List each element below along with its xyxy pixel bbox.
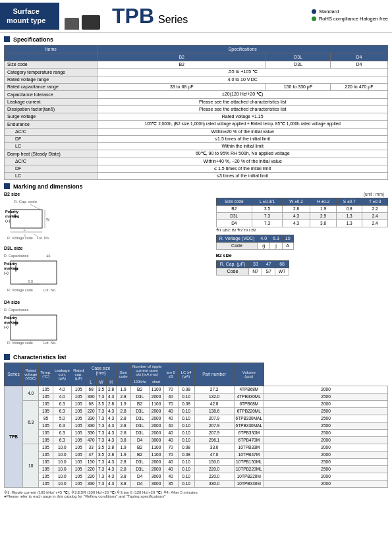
svg-text:R. Voltage code: R. Voltage code <box>7 341 33 345</box>
marking-diagrams: B2 size R. Cap. code Polarity marking (+… <box>4 192 211 351</box>
unit-note: (unit : mm) <box>216 192 384 196</box>
dim-footnote: ※1 1(B2: B2 ※2 ±0.1:B2 <box>216 228 388 232</box>
svg-text:Polarity: Polarity <box>4 262 18 266</box>
th-rated-cap: Ratedcap.(μF) <box>71 363 86 386</box>
char-section-title: Characteristics list <box>4 354 388 361</box>
specs-title: Specifications <box>13 36 53 43</box>
th-ripple-100k: 100kHz <box>130 378 149 386</box>
col-d3l: D3L <box>266 53 331 61</box>
table-row: ΔC/C Within±20 % of the initial value <box>5 128 388 135</box>
table-row: 10510.0105 2207.34.32.8 D3L 2000400.1022… <box>5 465 388 473</box>
th-series: Series <box>5 363 23 386</box>
dim-col-s: S ±0.7 <box>337 198 362 205</box>
table-row: D47.34.33.81.32.4 <box>216 219 387 227</box>
table-row: Code gjA <box>216 242 293 249</box>
voltage-code-table: R. Voltage (VDC) 4.0 6.3 10 Code gjA <box>216 235 294 250</box>
dimension-table: Size code L ±0.3/1 W ±0.2 H ±0.2 S ±0.7 … <box>216 198 388 227</box>
svg-text:R. Voltage code: R. Voltage code <box>7 288 33 292</box>
compliance-info: Standard RoHS compliance Halogen free <box>312 3 388 30</box>
dim-col-h: H ±0.2 <box>310 198 337 205</box>
b2-cap-label: B2 size <box>216 253 388 258</box>
col-items: Items <box>5 45 98 53</box>
specifications-table: Items Specifications B2 D3L D4 Size code… <box>4 45 388 180</box>
th-ripple-short: short <box>149 378 163 386</box>
svg-text:Lot. No.: Lot. No. <box>43 288 57 292</box>
characteristics-table: Series Ratedvoltage(VDC) Temp.(°C) Leaka… <box>4 363 388 488</box>
table-row: Dissipation factor(tanδ) Please see the … <box>5 105 388 113</box>
svg-text:R. Capacitance: R. Capacitance <box>4 308 29 312</box>
svg-text:S    S: S S <box>28 279 34 283</box>
svg-text:(+): (+) <box>5 219 11 223</box>
svg-text:Lot. No.: Lot. No. <box>37 236 50 240</box>
volt-10: 10 <box>282 235 293 242</box>
cap-header: R. Cap. (μF) <box>216 260 249 268</box>
svg-rect-17 <box>11 261 57 284</box>
standard-dot <box>312 9 316 14</box>
table-row: DF ≤ 1.5 times of the initial limit <box>5 165 388 172</box>
b2-size-label: B2 size <box>4 192 211 196</box>
marking-content: B2 size R. Cap. code Polarity marking (+… <box>4 192 388 351</box>
table-row: 6.3 1056.3105 683.52.81.9 B2 1100700.084… <box>5 400 388 407</box>
rohs-dot <box>312 16 316 21</box>
dim-col-size: Size code <box>216 198 252 205</box>
table-row: 1056.3105 4707.34.33.8 D4 3000400.10296.… <box>5 436 388 444</box>
cap-68: 68 <box>275 260 289 268</box>
dim-col-t: T ±0.3 <box>362 198 388 205</box>
dim-col-w: W ±0.2 <box>283 198 310 205</box>
table-row: 10510.0105 2207.34.33.8 D4 3000400.10220… <box>5 473 388 480</box>
cap-image-large <box>82 15 100 30</box>
svg-text:※1: ※1 <box>46 254 51 258</box>
footnote-2: ●Please refer to each page in this catal… <box>4 494 388 498</box>
svg-text:R. Cap. code: R. Cap. code <box>14 200 38 204</box>
section-icon2 <box>4 183 10 189</box>
volt-63: 6.3 <box>270 235 283 242</box>
svg-text:Polarity: Polarity <box>4 316 18 320</box>
footnotes: ※1 :Ripple current (100 kHz/ +45 ℃), ※2:… <box>4 490 388 498</box>
table-row: B23.52.81.90.82.2 <box>216 205 387 212</box>
svg-text:L: L <box>24 227 26 231</box>
th-case: Case size (mm) <box>86 363 116 378</box>
table-row: 1056.3105 3307.34.32.8 D3L 2000400.10207… <box>5 429 388 436</box>
th-lc: LC ≥4(μA) <box>178 363 194 386</box>
d4-size-label: D4 size <box>4 300 211 305</box>
product-images <box>59 3 105 30</box>
marking-tables: (unit : mm) Size code L ±0.3/1 W ±0.2 H … <box>216 192 388 351</box>
table-row: 10 10510.0105 333.52.81.9 B2 1100700.083… <box>5 444 388 451</box>
surface-mount-label: Surface mount type <box>0 3 59 30</box>
table-row: Damp heat (Steady State) 60℃, 90 to 95% … <box>5 150 388 158</box>
table-row: 10510.0105 1507.34.32.8 D3L 2000400.1015… <box>5 458 388 465</box>
svg-text:R. Voltage code: R. Voltage code <box>7 236 33 240</box>
table-row: Rated capacitance range 33 to 68 μF 150 … <box>5 83 388 90</box>
d3l-size-label: D3L size <box>4 246 211 250</box>
char-title: Characteristics list <box>13 354 67 361</box>
table-row: Endurance 105℃ 2,000h, (B2 size:1,000h) … <box>5 120 388 128</box>
th-l: L <box>86 378 96 386</box>
section-icon <box>4 36 10 42</box>
d4-diagram: R. Capacitance Polarity marking (+) R. V… <box>4 306 211 349</box>
specs-section-title: Specifications <box>4 36 388 43</box>
th-h: H <box>106 378 116 386</box>
svg-text:W: W <box>46 218 50 221</box>
d3l-diagram: R. Capacitance Polarity marking (+) S S … <box>4 252 211 299</box>
th-partno: Part number <box>194 363 234 386</box>
table-row: Size code B2D3LD4 <box>5 61 388 68</box>
page-header: Surface mount type TPB Series Standard R… <box>0 0 392 33</box>
cap-image-small <box>65 18 79 30</box>
svg-text:Polarity: Polarity <box>5 210 19 214</box>
svg-text:Lot. No.: Lot. No. <box>43 341 57 345</box>
th-temp: Temp.(°C) <box>39 363 53 386</box>
cap-33: 33 <box>249 260 262 268</box>
table-row: LC Within the initial limit <box>5 142 388 150</box>
marking-section-title: Marking and dimensions <box>4 183 388 190</box>
svg-rect-29 <box>11 315 57 340</box>
col-b2: B2 <box>98 53 266 61</box>
th-leakage: Leakagecurr.(μA) <box>53 363 71 386</box>
table-row: DF ≤1.5 times of the initial limit <box>5 135 388 142</box>
marking-title: Marking and dimensions <box>13 183 83 190</box>
table-row: Code N7S7W7 <box>216 268 289 275</box>
table-row: D3L7.34.32.91.32.4 <box>216 212 387 219</box>
table-row: Leakage current Please see the attached … <box>5 98 388 105</box>
table-row: 855.0105 3307.34.32.8 D3L 2000400.10207.… <box>5 415 388 422</box>
volt-4: 4.0 <box>258 235 270 242</box>
d3l-svg: R. Capacitance Polarity marking (+) S S … <box>4 252 106 298</box>
